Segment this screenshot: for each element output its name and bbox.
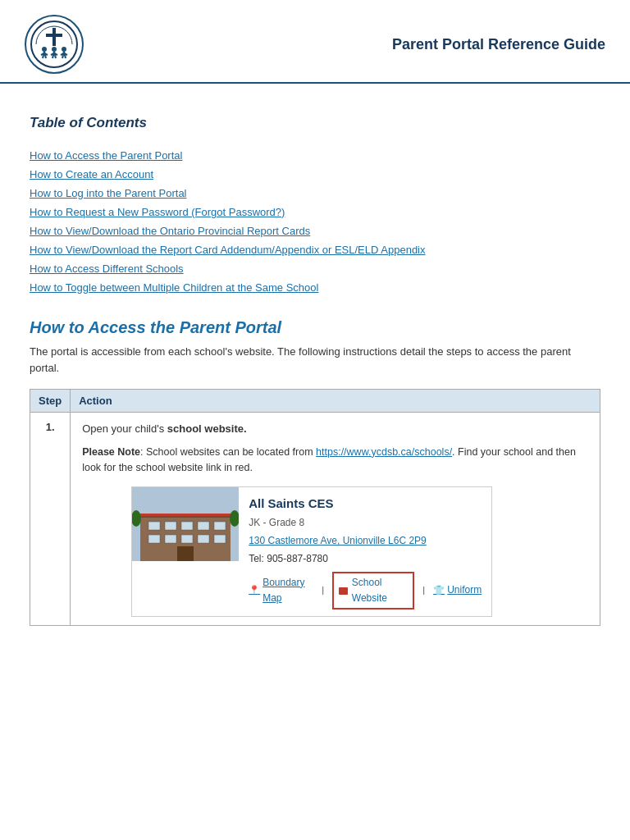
svg-rect-23	[181, 522, 193, 530]
svg-rect-27	[165, 535, 176, 543]
svg-rect-2	[46, 34, 62, 37]
main-content: Table of Contents How to Access the Pare…	[0, 84, 630, 642]
logo	[25, 15, 84, 74]
step-number: 1.	[30, 413, 71, 626]
note-label: Please Note	[82, 446, 140, 458]
logo-icon	[30, 20, 79, 69]
toc-item-4: How to Request a New Password (Forgot Pa…	[30, 206, 600, 218]
toc-list: How to Access the Parent Portal How to C…	[30, 149, 600, 294]
toc-item-7: How to Access Different Schools	[30, 262, 600, 275]
svg-rect-31	[177, 546, 194, 561]
monitor-icon	[339, 587, 348, 595]
table-row: 1. Open your child's school website. Ple…	[30, 413, 600, 626]
toc-link-5[interactable]: How to View/Download the Ontario Provinc…	[30, 225, 310, 237]
school-address[interactable]: 130 Castlemore Ave, Unionville L6C 2P9	[249, 533, 482, 549]
svg-point-8	[52, 47, 57, 52]
note-colon: : School websites can be located from	[140, 446, 316, 458]
steps-table: Step Action 1. Open your child's school …	[30, 389, 600, 626]
toc-item-2: How to Create an Account	[30, 168, 600, 180]
tel-label: Tel:	[249, 553, 264, 564]
toc-item-8: How to Toggle between Multiple Children …	[30, 281, 600, 294]
school-grade: JK - Grade 8	[249, 515, 482, 531]
school-name: All Saints CES	[249, 494, 482, 514]
uniform-label: Uniform	[447, 582, 482, 598]
toc-heading: Table of Contents	[30, 115, 600, 131]
svg-line-10	[54, 52, 56, 58]
svg-rect-21	[148, 522, 160, 530]
col-action: Action	[71, 390, 600, 413]
link-divider-2: |	[422, 583, 425, 598]
toc-link-3[interactable]: How to Log into the Parent Portal	[30, 187, 187, 199]
col-step: Step	[30, 390, 71, 413]
toc-link-7[interactable]: How to Access Different Schools	[30, 262, 184, 275]
toc-link-8[interactable]: How to Toggle between Multiple Children …	[30, 281, 318, 294]
svg-point-3	[42, 47, 47, 52]
toc-link-6[interactable]: How to View/Download the Report Card Add…	[30, 244, 426, 256]
toc-link-2[interactable]: How to Create an Account	[30, 168, 153, 180]
link-divider: |	[322, 583, 324, 598]
svg-rect-22	[165, 522, 176, 530]
toc-link-1[interactable]: How to Access the Parent Portal	[30, 149, 182, 162]
toc-item-1: How to Access the Parent Portal	[30, 149, 600, 162]
boundary-map-label: Boundary Map	[262, 575, 313, 606]
pin-icon: 📍	[249, 583, 260, 598]
uniform-icon: 👕	[433, 583, 445, 598]
toc-item-6: How to View/Download the Report Card Add…	[30, 244, 600, 256]
step-content: Open your child's school website. Please…	[71, 413, 600, 626]
section-heading: How to Access the Parent Portal	[30, 318, 600, 337]
boundary-map-link[interactable]: 📍 Boundary Map	[249, 575, 313, 606]
header: Parent Portal Reference Guide	[0, 0, 630, 84]
ycdsb-link[interactable]: https://www.ycdsb.ca/schools/	[316, 446, 452, 458]
svg-point-13	[62, 47, 66, 52]
school-info: All Saints CES JK - Grade 8 130 Castlemo…	[239, 487, 491, 616]
svg-rect-24	[198, 522, 209, 530]
step-action-text: Open your child's school website.	[82, 421, 588, 438]
svg-rect-30	[214, 535, 226, 543]
svg-line-15	[64, 52, 66, 58]
svg-rect-29	[198, 535, 209, 543]
step-note: Please Note: School websites can be loca…	[82, 445, 588, 476]
svg-rect-28	[181, 535, 193, 543]
school-card: All Saints CES JK - Grade 8 130 Castlemo…	[131, 486, 492, 617]
svg-rect-25	[214, 522, 226, 530]
page-title: Parent Portal Reference Guide	[392, 36, 605, 53]
page: Parent Portal Reference Guide Table of C…	[0, 0, 630, 840]
school-links: 📍 Boundary Map | School Website |	[249, 572, 482, 609]
step-bold-text: school website.	[167, 422, 247, 435]
tel-number: 905-887-8780	[267, 553, 328, 564]
toc-item-5: How to View/Download the Ontario Provinc…	[30, 225, 600, 237]
toc-link-4[interactable]: How to Request a New Password (Forgot Pa…	[30, 206, 285, 218]
svg-rect-32	[140, 514, 231, 516]
school-tel: Tel: 905-887-8780	[249, 551, 482, 567]
toc-item-3: How to Log into the Parent Portal	[30, 187, 600, 199]
svg-line-5	[44, 52, 46, 58]
school-image	[132, 487, 239, 561]
svg-rect-26	[148, 535, 160, 543]
school-website-link[interactable]: School Website	[332, 572, 414, 609]
school-website-label: School Website	[352, 575, 408, 606]
section-intro: The portal is accessible from each schoo…	[30, 344, 600, 376]
uniform-link[interactable]: 👕 Uniform	[433, 582, 482, 598]
